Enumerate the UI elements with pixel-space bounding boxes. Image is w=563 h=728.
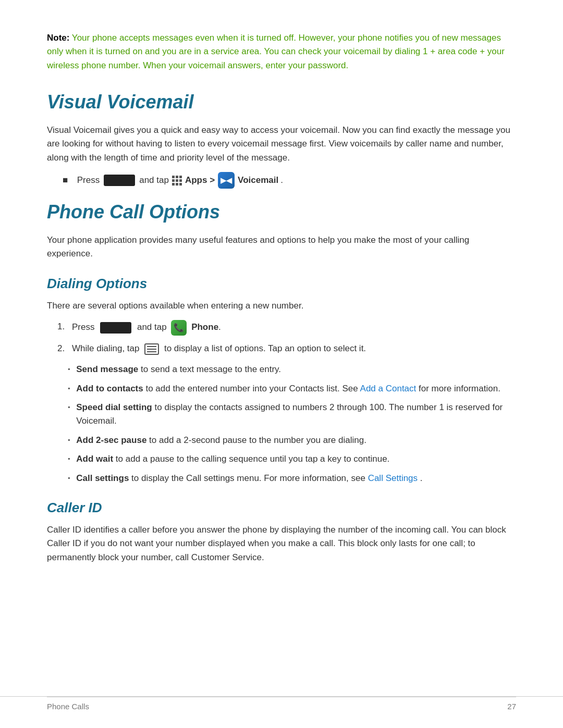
send-message-bold: Send message: [76, 364, 138, 374]
step2-text: While dialing, tap: [72, 343, 139, 353]
add-contacts-text1: to add the entered number into your Cont…: [145, 384, 360, 393]
voicemail-app-icon: ▶◀: [218, 172, 235, 189]
menu-line-3: [147, 351, 156, 352]
step1-and-tap: and tap: [137, 323, 167, 332]
add-2sec-text: to add a 2-second pause to the number yo…: [149, 435, 366, 445]
caller-id-title: Caller ID: [47, 498, 516, 518]
step1-press: Press: [72, 323, 94, 332]
bullet-square: ■: [63, 174, 68, 187]
dialing-options-title: Dialing Options: [47, 274, 516, 294]
bullet-call-settings: Call settings to display the Call settin…: [68, 472, 516, 485]
bullet-add-wait: Add wait to add a pause to the calling s…: [68, 452, 516, 466]
call-settings-link[interactable]: Call Settings: [368, 473, 418, 483]
phone-call-options-title: Phone Call Options: [47, 198, 516, 226]
bullet-send-message-content: Send message to send a text message to t…: [76, 363, 281, 376]
voicemail-label: Voicemail: [238, 174, 278, 187]
step-2-content: While dialing, tap to display a list of …: [72, 342, 366, 355]
send-message-text: to send a text message to the entry.: [141, 364, 281, 374]
phone-label: Phone: [191, 323, 218, 332]
speed-dial-bold: Speed dial setting: [76, 402, 152, 412]
menu-line-1: [147, 346, 156, 347]
note-block: Note: Your phone accepts messages even w…: [47, 31, 516, 72]
call-settings-bold: Call settings: [76, 473, 129, 483]
bullet-call-settings-content: Call settings to display the Call settin…: [76, 472, 422, 485]
footer: Phone Calls 27: [0, 696, 563, 713]
phone-call-options-description: Your phone application provides many use…: [47, 233, 516, 261]
phone-app-icon: 📞: [171, 320, 187, 336]
step2b-text: to display a list of options. Tap an opt…: [164, 343, 366, 353]
add-to-contacts-bold: Add to contacts: [76, 384, 143, 393]
call-settings-text1: to display the Call settings menu. For m…: [131, 473, 368, 483]
dialing-options-bullets: Send message to send a text message to t…: [47, 363, 516, 485]
footer-left: Phone Calls: [47, 701, 89, 713]
dialing-steps-list: 1. Press and tap 📞 Phone. 2. While diali…: [47, 320, 516, 355]
bullet-add-2sec-pause: Add 2-sec pause to add a 2-second pause …: [68, 434, 516, 447]
add-contacts-text2: for more information.: [419, 384, 500, 393]
footer-divider: [47, 697, 516, 697]
phone-icon-glyph: 📞: [174, 322, 184, 335]
add-contact-link[interactable]: Add a Contact: [360, 384, 417, 393]
home-button-step1-icon: [100, 322, 131, 334]
bullet-speed-dial: Speed dial setting to display the contac…: [68, 401, 516, 428]
note-label: Note:: [47, 33, 69, 43]
add-wait-text: to add a pause to the calling sequence u…: [116, 454, 389, 464]
voicemail-icon-text: ▶◀: [221, 175, 232, 186]
add-2sec-bold: Add 2-sec pause: [76, 435, 146, 445]
step-1-number: 1.: [57, 320, 72, 334]
dialing-options-intro: There are several options available when…: [47, 299, 516, 313]
visual-voicemail-description: Visual Voicemail gives you a quick and e…: [47, 124, 516, 165]
note-text: Your phone accepts messages even when it…: [47, 33, 505, 70]
add-wait-bold: Add wait: [76, 454, 113, 464]
apps-grid-icon: [172, 176, 182, 186]
step-2-number: 2.: [57, 342, 72, 355]
home-button-icon: [104, 175, 135, 186]
bullet-send-message: Send message to send a text message to t…: [68, 363, 516, 376]
call-settings-text2: .: [420, 473, 423, 483]
step-1-content: Press and tap 📞 Phone.: [72, 320, 221, 336]
press-label: Press: [77, 174, 100, 187]
menu-options-icon: [144, 343, 159, 355]
footer-right: 27: [507, 701, 516, 713]
press-instruction-voicemail: ■ Press and tap Apps > ▶◀ Voicemail.: [47, 172, 516, 189]
bullet-add-wait-content: Add wait to add a pause to the calling s…: [76, 452, 389, 466]
bullet-speed-dial-content: Speed dial setting to display the contac…: [76, 401, 516, 428]
bullet-add-to-contacts: Add to contacts to add the entered numbe…: [68, 382, 516, 396]
caller-id-description: Caller ID identifies a caller before you…: [47, 523, 516, 564]
step-1: 1. Press and tap 📞 Phone.: [57, 320, 516, 336]
visual-voicemail-title: Visual Voicemail: [47, 88, 516, 116]
bullet-add-contacts-content: Add to contacts to add the entered numbe…: [76, 382, 500, 396]
bullet-2sec-content: Add 2-sec pause to add a 2-second pause …: [76, 434, 366, 447]
and-tap-label: and tap: [139, 174, 169, 187]
apps-label: Apps >: [185, 174, 215, 187]
menu-line-2: [147, 349, 156, 350]
step-2: 2. While dialing, tap to display a list …: [57, 342, 516, 355]
